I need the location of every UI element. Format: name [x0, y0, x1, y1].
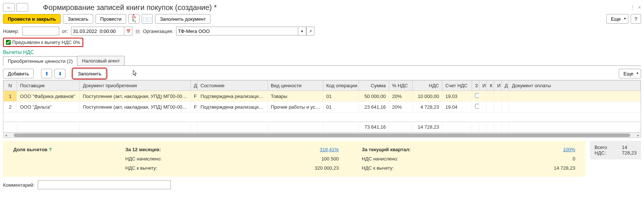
tab-tax-agent[interactable]: Налоговый агент	[77, 56, 124, 65]
col-c2[interactable]: И	[479, 81, 487, 91]
deduction-year-pct[interactable]: 318,41%	[320, 147, 339, 152]
table-totals-row: 73 641,16 14 728,23	[4, 122, 641, 132]
number-input[interactable]	[22, 27, 59, 35]
col-vatacc[interactable]: Счет НДС	[442, 81, 472, 91]
deduction-accrued-label-y: НДС начислено:	[121, 155, 232, 162]
deduction-accrued-label-q: НДС начислено:	[357, 155, 468, 162]
comment-input[interactable]	[38, 180, 171, 189]
total-vat-label: Всего НДС:	[594, 145, 607, 156]
col-kind[interactable]: Вид ценности	[268, 81, 323, 91]
vat-zero-checkbox-row[interactable]: Предъявлен к вычету НДС 0%	[3, 38, 83, 47]
window-close-icon[interactable]: ×	[638, 4, 641, 10]
deduction-deduct-label-y: НДС к вычету:	[121, 165, 232, 172]
table-row[interactable]: 1 ООО "Фабрика диванов" Поступление (акт…	[4, 91, 641, 102]
arrow-down-icon: ⬇	[58, 71, 62, 77]
col-c1[interactable]: З	[472, 81, 479, 91]
save-button[interactable]: Записать	[63, 14, 93, 24]
col-pay[interactable]: Документ оплаты	[509, 81, 641, 91]
table-row[interactable]: 2 ООО "Дельта" Поступление (акт, накладн…	[4, 102, 641, 112]
org-label: Организация:	[143, 28, 173, 34]
page-title: Формирование записей книги покупок (созд…	[43, 3, 628, 12]
debit-credit-button[interactable]: ДтКт	[128, 14, 139, 24]
org-open-button[interactable]: ↗	[306, 27, 314, 35]
row-check[interactable]	[475, 93, 479, 98]
deduction-panel: Доля вычетов ? За 12 месяцев: 318,41% За…	[3, 141, 586, 177]
fill-document-button[interactable]: Заполнить документ	[155, 14, 210, 24]
table-empty-row	[4, 112, 641, 122]
more-button[interactable]: Еще	[606, 14, 628, 24]
deduction-year-deduct: 320 000,23	[233, 165, 343, 172]
scroll-right-icon[interactable]: ▸	[635, 133, 641, 138]
post-and-close-button[interactable]: Провести и закрыть	[3, 14, 61, 24]
fill-table-button[interactable]: Заполнить	[73, 69, 106, 78]
move-down-button[interactable]: ⬇	[54, 69, 65, 78]
post-button[interactable]: Провести	[95, 14, 127, 24]
col-n[interactable]: N	[4, 81, 17, 91]
deduction-quarter-pct[interactable]: 100%	[563, 147, 575, 152]
org-dropdown-button[interactable]: ▾	[298, 27, 306, 35]
nav-back-button[interactable]: ←	[3, 3, 15, 12]
col-vat[interactable]: НДС	[413, 81, 442, 91]
cursor-icon	[133, 70, 138, 77]
deduction-help-icon[interactable]: ?	[49, 147, 52, 152]
org-input[interactable]	[176, 27, 298, 35]
deduction-year-accrued: 100 500	[233, 155, 343, 162]
deduction-quarter-label: За текущий квартал:	[357, 146, 468, 153]
deduction-quarter-accrued: 0	[469, 155, 580, 162]
doc-stamp-icon: ▤	[135, 28, 140, 34]
col-c5[interactable]: Д	[502, 81, 509, 91]
col-d[interactable]: Д	[191, 81, 198, 91]
col-sum[interactable]: Сумма	[359, 81, 389, 91]
date-input[interactable]	[71, 27, 124, 35]
move-up-button[interactable]: ⬆	[41, 69, 52, 78]
total-vat-panel: Всего НДС: 14 728,23	[590, 141, 641, 159]
deduction-share-label: Доля вычетов	[13, 147, 47, 152]
vat-zero-label: Предъявлен к вычету НДС 0%	[12, 40, 80, 45]
total-vat-value: 14 728,23	[622, 145, 637, 156]
arrow-up-icon: ⬆	[45, 71, 49, 77]
col-vatpct[interactable]: % НДС	[389, 81, 413, 91]
col-supplier[interactable]: Поставщик	[17, 81, 80, 91]
deduction-deduct-label-q: НДС к вычету:	[357, 165, 468, 172]
date-picker-button[interactable]: 📅	[124, 27, 132, 35]
related-docs-button[interactable]: ⬚⬚	[142, 14, 153, 24]
deduction-year-label: За 12 месяцев:	[121, 146, 232, 153]
help-button[interactable]: ?	[631, 14, 641, 24]
nav-forward-button[interactable]: →	[16, 3, 28, 12]
col-opcode[interactable]: Код операции	[323, 81, 359, 91]
row-check[interactable]	[475, 104, 479, 109]
col-state[interactable]: Состояние	[198, 81, 268, 91]
tab-acquired-values[interactable]: Приобретенные ценности (2)	[3, 56, 77, 66]
data-table: N Поставщик Документ приобретения Д Сост…	[3, 80, 641, 138]
calendar-icon: 📅	[126, 29, 131, 33]
col-c4[interactable]: И	[494, 81, 502, 91]
table-more-button[interactable]: Еще	[619, 69, 641, 78]
scroll-left-icon[interactable]: ◂	[3, 133, 9, 138]
col-c3[interactable]: К	[487, 81, 494, 91]
comment-label: Комментарий:	[3, 182, 35, 188]
col-doc[interactable]: Документ приобретения	[80, 81, 191, 91]
add-row-button[interactable]: Добавить	[3, 69, 34, 78]
from-label: от:	[62, 28, 68, 34]
section-title: Вычеты НДС	[3, 49, 641, 55]
number-label: Номер:	[3, 28, 19, 34]
vat-zero-checkbox[interactable]	[6, 40, 11, 45]
deduction-quarter-deduct: 14 728,23	[469, 165, 580, 172]
horizontal-scrollbar[interactable]: ◂ ▸	[3, 132, 641, 138]
link-tree-icon: ⬚⬚	[143, 16, 152, 22]
window-menu-icon[interactable]: ⋮	[630, 4, 635, 10]
